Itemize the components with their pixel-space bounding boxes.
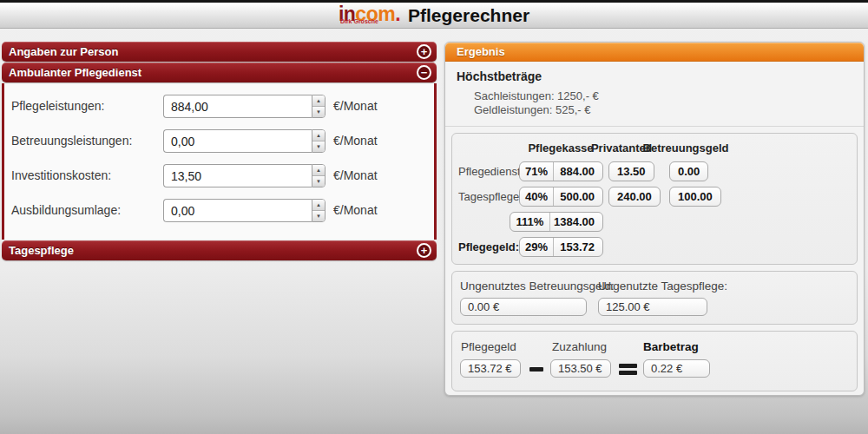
accordion-header-label: Ambulanter Pflegedienst [9,66,141,79]
unused-betreuungsgeld-group: Ungenutztes Betreuungsgeld: 0.00 € [460,279,615,316]
row-label: Tagespflege: [458,190,523,203]
unused-tagespflege-group: Ungenutzte Tagespflege: 125.00 € [598,279,727,316]
table-row-pflegedienst: Pflegedienst: 71% 884.00 13.50 0.00 [452,161,857,186]
amount-value: 500.00 [554,187,602,206]
pflegegeld-label: Pflegegeld [461,340,516,353]
unused-tagespflege-label: Ungenutzte Tagespflege: [598,279,727,293]
unused-betreuungsgeld-label: Ungenutztes Betreuungsgeld: [460,279,615,293]
equals-icon [619,364,637,375]
percent-value: 71% [520,162,554,181]
amount-value: 1384.00 [550,213,602,231]
logo-subtitle: Dirk Grosche [340,13,378,30]
page-title: Pflegerechner [408,5,529,26]
barbetrag-value-field: 0.22 € [643,359,710,378]
betreuungsgeld-value-field: 0.00 [669,161,708,181]
pflegeleistungen-stepper: ▲ ▼ [312,95,326,118]
accordion-header-label: Tagespflege [9,244,74,257]
column-header-betreuungsgeld: Betreuungsgeld [638,141,733,155]
ausbildungsumlage-stepper: ▲ ▼ [312,199,326,222]
input-accordion: Angaben zur Person + Ambulanter Pflegedi… [2,42,437,261]
expand-plus-icon[interactable]: + [417,44,431,59]
unused-tagespflege-value-field: 125.00 € [598,298,707,316]
unused-amounts-section: Ungenutztes Betreuungsgeld: 0.00 € Ungen… [451,271,858,325]
form-row-ausbildungsumlage: Ausbildungsumlage: ▲ ▼ €/Monat [4,199,434,222]
spinner-up-icon[interactable]: ▲ [312,95,325,107]
spinner-up-icon[interactable]: ▲ [312,200,325,211]
percent-value: 29% [520,238,554,256]
spinner-down-icon[interactable]: ▼ [312,107,325,117]
field-unit-label: €/Monat [333,99,378,113]
equals-bar-bottom [619,371,637,375]
row-label: Pflegedienst: [458,165,523,178]
equals-bar-top [619,364,637,368]
field-label: Investitionskosten: [11,168,111,182]
investitionskosten-stepper: ▲ ▼ [312,164,326,187]
minus-icon [529,367,543,372]
collapse-minus-icon[interactable]: − [417,65,431,80]
table-row-pflegegeld: Pflegegeld: 29% 153.72 [452,236,857,261]
incom-logo: incom. Dirk Grosche [339,5,400,25]
accordion-content-ambulanter-pflegedienst: Pflegeleistungen: ▲ ▼ €/Monat Betreuungs… [2,83,437,240]
form-row-investitionskosten: Investitionskosten: ▲ ▼ €/Monat [4,164,434,187]
spinner-up-icon[interactable]: ▲ [312,130,325,141]
accordion-header-ambulanter-pflegedienst[interactable]: Ambulanter Pflegedienst − [2,62,437,82]
field-label: Ausbildungsumlage: [11,203,121,217]
result-panel: Ergebnis Höchstbeträge Sachleistungen: 1… [444,42,865,396]
spinner-up-icon[interactable]: ▲ [312,165,325,176]
field-label: Betreuungsleistungen: [11,134,132,148]
geldleistungen-line: Geldleistungen: 525,- € [474,103,852,117]
accordion-header-label: Angaben zur Person [9,45,118,58]
result-panel-header: Ergebnis [445,43,864,62]
field-unit-label: €/Monat [333,168,378,182]
table-row-sum: 111% 1384.00 [452,211,857,236]
row-label: Pflegegeld: [458,240,519,253]
privatanteil-value-field: 13.50 [608,161,654,181]
spinner-down-icon[interactable]: ▼ [312,211,325,221]
form-row-pflegeleistungen: Pflegeleistungen: ▲ ▼ €/Monat [4,95,434,118]
hoechstbetraege-heading: Höchstbeträge [457,69,852,83]
investitionskosten-input-group: ▲ ▼ [163,164,326,187]
amount-value: 153.72 [554,238,602,256]
field-label: Pflegeleistungen: [11,99,104,113]
zuzahlung-label: Zuzahlung [552,340,607,353]
spinner-down-icon[interactable]: ▼ [312,141,325,152]
top-bar: incom. Dirk Grosche Pflegerechner [0,0,868,29]
pflegeleistungen-input-group: ▲ ▼ [163,95,326,118]
logo-dot: . [395,3,400,25]
result-table-rows: Pflegedienst: 71% 884.00 13.50 0.00 Tage… [452,161,857,261]
pflegekasse-value-field: 71% 884.00 [519,161,603,181]
betreuungsleistungen-input[interactable] [163,129,312,153]
spinner-down-icon[interactable]: ▼ [312,176,325,187]
expand-plus-icon[interactable]: + [417,243,431,258]
equation-section: Pflegegeld Zuzahlung Barbetrag 153.72 € … [451,331,858,391]
sachleistungen-line: Sachleistungen: 1250,- € [474,89,852,103]
hoechstbetraege-section: Höchstbeträge Sachleistungen: 1250,- € G… [445,62,864,127]
investitionskosten-input[interactable] [163,164,312,187]
ausbildungsumlage-input-group: ▲ ▼ [163,199,326,222]
pflegeleistungen-input[interactable] [163,95,312,118]
pflegegeld-value-field: 29% 153.72 [519,237,603,257]
betreuungsleistungen-stepper: ▲ ▼ [312,129,326,153]
privatanteil-value-field: 240.00 [608,187,661,207]
percent-value: 40% [520,187,554,206]
pflegegeld-value-field: 153.72 € [460,359,521,378]
accordion-header-angaben-zur-person[interactable]: Angaben zur Person + [2,42,437,62]
amount-value: 884.00 [554,162,602,181]
percent-value: 111% [510,213,550,231]
unused-betreuungsgeld-value-field: 0.00 € [460,298,587,316]
form-row-betreuungsleistungen: Betreuungsleistungen: ▲ ▼ €/Monat [4,129,434,153]
sum-value-field: 111% 1384.00 [510,212,603,232]
pflegekasse-value-field: 40% 500.00 [519,187,603,207]
field-unit-label: €/Monat [333,134,378,148]
field-unit-label: €/Monat [333,203,378,217]
betreuungsgeld-value-field: 100.00 [669,187,721,207]
zuzahlung-value-field: 153.50 € [550,359,611,378]
accordion-header-tagespflege[interactable]: Tagespflege + [2,240,437,260]
result-table: Pflegekasse Privatanteil Betreuungsgeld … [451,133,858,265]
betreuungsleistungen-input-group: ▲ ▼ [163,129,326,153]
ausbildungsumlage-input[interactable] [163,199,312,222]
barbetrag-label: Barbetrag [643,340,699,353]
table-row-tagespflege: Tagespflege: 40% 500.00 240.00 100.00 [452,186,857,211]
